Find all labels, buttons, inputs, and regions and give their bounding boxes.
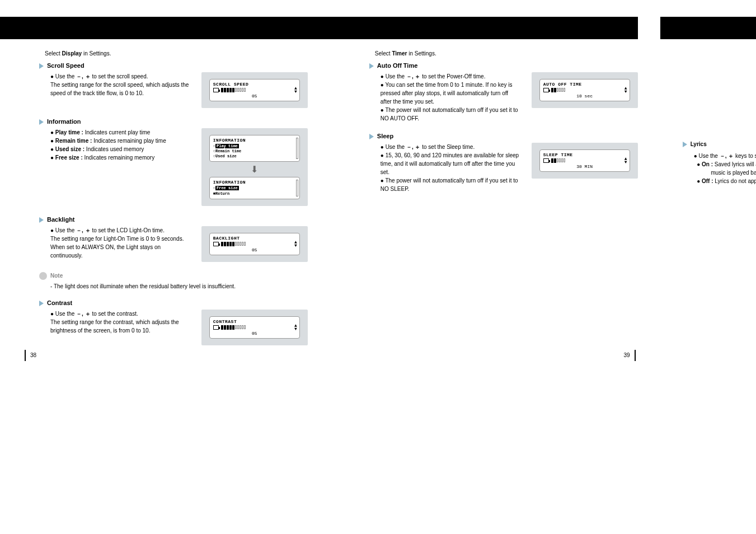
sleep-lcd: SLEEP TIME ▲▼ 30 MIN — [539, 149, 630, 172]
text: Lyrics do not appear eve — [713, 178, 756, 184]
text: to set the scroll speed. — [91, 73, 148, 79]
sleep-heading-text: Sleep — [377, 133, 393, 139]
text: Use the — [55, 73, 76, 79]
lcd-item: Free size — [215, 186, 239, 190]
lcd-title: INFORMATION — [213, 180, 294, 185]
text: The setting range for the contrast, whic… — [50, 319, 179, 334]
text: Use the — [55, 227, 76, 233]
battery-icon — [543, 158, 549, 163]
header-band — [0, 17, 330, 39]
information-lcd-2: INFORMATION ○Free size ■Return — [209, 177, 300, 199]
sleep-lcd-box: SLEEP TIME ▲▼ 30 MIN — [532, 143, 638, 179]
backlight-section: ● Use the －, ＋ to set the LCD Light-On t… — [22, 226, 308, 262]
text: to set the contrast. — [91, 311, 138, 317]
scroll-speed-heading-text: Scroll Speed — [47, 62, 84, 69]
scroll-speed-text: ● Use the －, ＋ to set the scroll speed. … — [22, 72, 201, 97]
text: The setting range for the scroll speed, … — [50, 82, 189, 96]
note-block: Note - The light does not illuminate whe… — [39, 272, 308, 289]
label: On : — [702, 161, 713, 167]
information-heading: Information — [39, 118, 308, 125]
page-number-left: 38 — [22, 350, 36, 361]
text: The power will not automatically turn of… — [381, 177, 518, 192]
label: Remain time : — [55, 138, 92, 144]
lcd-title: BACKLIGHT — [213, 236, 296, 241]
updown-icon: ▲▼ — [294, 241, 297, 247]
auto-off-heading: Auto Off Time — [369, 62, 638, 69]
intro-line: Select Timer in Settings. — [375, 50, 638, 57]
sleep-section: ● Use the －, ＋ to set the Sleep time. ● … — [353, 143, 638, 193]
level-blocks — [551, 88, 565, 92]
text: to set the LCD Light-On time. — [91, 227, 165, 233]
lcd-title: CONTRAST — [213, 319, 296, 324]
scrollbar-icon — [296, 180, 298, 196]
header-band — [660, 17, 756, 39]
auto-off-heading-text: Auto Off Time — [377, 62, 418, 69]
battery-icon — [213, 88, 219, 92]
triangle-icon — [39, 119, 44, 125]
text: Saved lyrics will appear in — [713, 161, 756, 167]
minus-plus-icon: －, ＋ — [76, 73, 91, 79]
triangle-icon — [39, 217, 44, 223]
scroll-speed-heading: Scroll Speed — [39, 62, 308, 69]
page-right: Select Timer in Settings. Auto Off Time … — [330, 0, 660, 378]
intro-line: Select Display in Settings. — [45, 50, 308, 57]
text: The setting range for Light-On Time is 0… — [50, 236, 184, 242]
note-text: - The light does not illuminate when the… — [50, 283, 308, 289]
backlight-text: ● Use the －, ＋ to set the LCD Light-On t… — [22, 226, 201, 260]
auto-off-section: ● Use the －, ＋ to set the Power-Off time… — [353, 72, 638, 123]
triangle-icon — [39, 301, 44, 306]
backlight-heading: Backlight — [39, 216, 308, 223]
lcd-title: AUTO OFF TIME — [543, 82, 626, 87]
minus-plus-icon: －, ＋ — [76, 311, 91, 317]
page-num-text: 39 — [624, 352, 630, 358]
information-lcd-1: INFORMATION ○Play time ○Remain time ○Use… — [209, 135, 300, 162]
minus-plus-icon: －, ＋ — [406, 144, 421, 150]
level-blocks — [221, 88, 246, 92]
text: Use the — [386, 73, 406, 79]
scroll-speed-lcd-box: SCROLL SPEED ▲▼ 05 — [201, 72, 308, 108]
document-spread: Select Display in Settings. Scroll Speed… — [0, 0, 756, 378]
backlight-lcd: BACKLIGHT ▲▼ 05 — [209, 233, 300, 255]
text: When set to ALWAYS ON, the Light stays o… — [50, 244, 161, 259]
header-band — [330, 17, 638, 39]
updown-icon: ▲▼ — [294, 324, 297, 331]
text: Use the — [386, 144, 406, 150]
page-number-right: 39 — [624, 350, 638, 361]
text: 15, 30, 60, 90 and 120 minutes are avail… — [381, 152, 519, 175]
text: Use the — [698, 153, 719, 159]
lcd-item: Play time — [215, 144, 239, 148]
label: Free size : — [55, 154, 83, 161]
lcd-value: 05 — [213, 331, 296, 336]
contrast-heading: Contrast — [39, 299, 308, 306]
battery-icon — [213, 325, 219, 330]
scroll-speed-lcd: SCROLL SPEED ▲▼ 05 — [209, 79, 300, 101]
triangle-icon — [683, 142, 687, 147]
contrast-lcd: CONTRAST ▲▼ 05 — [209, 316, 300, 339]
minus-plus-icon: －, ＋ — [720, 153, 734, 159]
contrast-lcd-box: CONTRAST ▲▼ 05 — [201, 310, 308, 345]
lcd-item: Remain time — [215, 149, 241, 153]
auto-off-text: ● Use the －, ＋ to set the Power-Off time… — [353, 72, 532, 123]
level-blocks — [221, 242, 246, 246]
lcd-value: 05 — [213, 247, 296, 252]
minus-plus-icon: －, ＋ — [406, 73, 421, 79]
level-blocks — [551, 158, 565, 163]
intro-suffix: in Settings. — [407, 50, 436, 57]
updown-icon: ▲▼ — [624, 157, 627, 164]
contrast-section: ● Use the －, ＋ to set the contrast. The … — [22, 310, 308, 345]
lcd-title: SCROLL SPEED — [213, 82, 296, 87]
intro-bold: Timer — [392, 50, 407, 57]
text: The power will not automatically turn of… — [381, 107, 518, 121]
text: Indicates remaining memory — [83, 154, 154, 161]
scroll-speed-section: ● Use the －, ＋ to set the scroll speed. … — [22, 72, 308, 108]
intro-prefix: Select — [45, 50, 62, 57]
battery-icon — [543, 88, 549, 92]
label: Used size : — [55, 146, 84, 152]
label: Off : — [702, 178, 713, 184]
level-blocks — [221, 325, 246, 330]
information-heading-text: Information — [47, 118, 81, 125]
lyrics-section: Lyrics ● Use the －, ＋ keys to select L ●… — [660, 140, 756, 185]
triangle-icon — [369, 63, 374, 69]
lcd-value: 05 — [213, 93, 296, 99]
text: music is played back. — [711, 170, 756, 176]
